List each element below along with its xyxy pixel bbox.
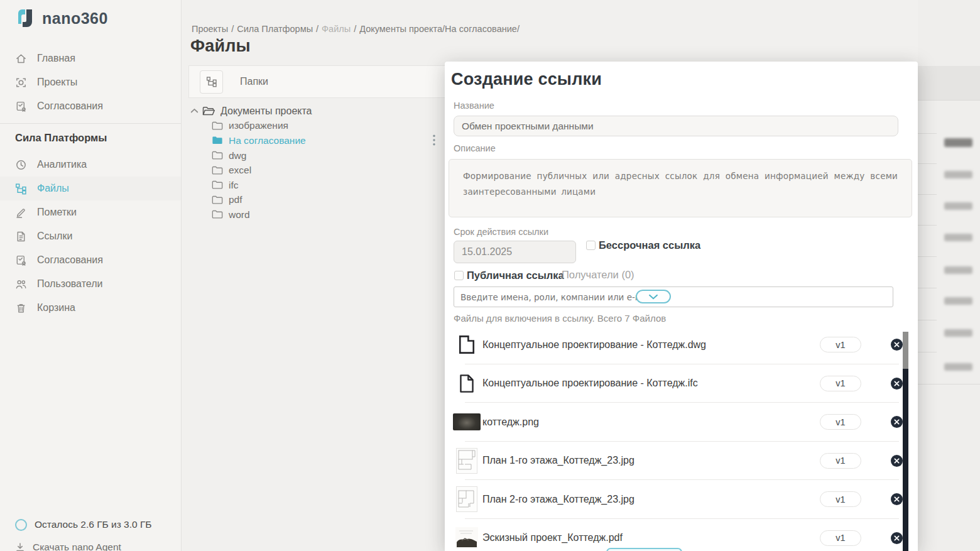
folder-icon: [212, 151, 223, 160]
tree-item-images[interactable]: изображения: [188, 119, 452, 134]
tree-item-excel[interactable]: excel: [188, 163, 452, 178]
file-name: Концептуальное проектирование - Коттедж.…: [482, 378, 820, 389]
version-badge[interactable]: v1: [820, 337, 861, 352]
create-link-modal: Создание ссылки Название Описание Формир…: [445, 62, 918, 551]
sidebar-item-analytics[interactable]: Аналитика: [0, 153, 181, 177]
file-name: План 1-го этажа_Коттедж_23.jpg: [482, 455, 820, 466]
open-folder-icon: [202, 106, 215, 116]
remove-file-button[interactable]: [891, 339, 903, 351]
remove-file-button[interactable]: [891, 378, 903, 390]
app-root: nano360 Главная Проекты Согласования: [0, 0, 980, 551]
breadcrumb-segment[interactable]: Документы проекта/На согласование/: [359, 24, 520, 34]
version-badge[interactable]: v1: [820, 376, 861, 391]
users-icon: [15, 278, 27, 290]
tree-item-na-soglasovanie[interactable]: На согласование: [188, 133, 452, 148]
folders-toolbar-label: Папки: [240, 76, 268, 87]
hierarchy-icon: [15, 183, 27, 195]
sketch-thumbnail: [451, 527, 482, 548]
name-label: Название: [454, 101, 494, 111]
sidebar-item-projects[interactable]: Проекты: [0, 70, 181, 94]
sidebar-item-links[interactable]: Ссылки: [0, 224, 181, 248]
breadcrumb-segment[interactable]: Сила Платформы: [237, 24, 313, 34]
kebab-menu-icon[interactable]: [432, 134, 436, 146]
download-agent-link[interactable]: Скачать nano Agent: [0, 538, 211, 551]
version-badge[interactable]: v1: [820, 453, 861, 469]
home-icon: [15, 53, 27, 65]
projects-icon: [15, 77, 27, 89]
nano360-logo-icon: [15, 8, 36, 29]
document-check-icon: [15, 101, 27, 112]
project-nav: Аналитика Файлы Пометки Ссылки: [0, 153, 181, 320]
remove-file-button[interactable]: [891, 493, 903, 505]
recipients-search-input[interactable]: [454, 286, 893, 307]
app-logo[interactable]: nano360: [15, 8, 108, 29]
tree-item-ifc[interactable]: ifc: [188, 178, 452, 193]
version-badge[interactable]: v1: [820, 491, 861, 507]
remove-file-button[interactable]: [891, 455, 903, 467]
folder-icon: [212, 166, 223, 175]
download-icon: [15, 542, 25, 551]
page-title: Файлы: [190, 36, 251, 56]
tree-item-label: изображения: [229, 120, 288, 131]
storage-indicator: Осталось 2.6 ГБ из 3.0 ГБ: [0, 515, 211, 534]
close-icon: [894, 535, 900, 541]
document-check-icon: [15, 254, 27, 266]
folder-tree: Документы проекта изображения На согласо…: [188, 104, 452, 222]
public-link-label: Публичная ссылка: [467, 270, 564, 281]
files-list: Концептуальное проектирование - Коттедж.…: [451, 325, 903, 551]
sidebar-item-label: Пользователи: [37, 278, 102, 290]
tree-item-pdf[interactable]: pdf: [188, 193, 452, 208]
tree-item-label: excel: [229, 165, 251, 176]
files-scrollbar[interactable]: [903, 332, 908, 551]
breadcrumb-separator: /: [231, 24, 234, 34]
download-text: Скачать nano Agent: [33, 542, 121, 551]
close-icon: [894, 458, 900, 464]
breadcrumb-segment[interactable]: Проекты: [192, 24, 228, 34]
perpetual-link-checkbox[interactable]: [586, 241, 596, 250]
expiry-date-input[interactable]: [454, 241, 576, 263]
image-thumbnail: [451, 413, 482, 430]
sidebar: nano360 Главная Проекты Согласования: [0, 0, 182, 551]
background-table-header: [918, 66, 980, 101]
breadcrumb-separator: /: [316, 24, 318, 34]
folder-tree-toggle-button[interactable]: [200, 70, 223, 94]
description-textarea[interactable]: Формирование публичных или адресных ссыл…: [449, 159, 912, 217]
breadcrumb-segment[interactable]: Файлы: [322, 24, 351, 34]
remove-file-button[interactable]: [891, 532, 903, 544]
file-name: коттедж.png: [482, 417, 820, 428]
scrollbar-thumb[interactable]: [903, 369, 908, 551]
sidebar-item-label: Аналитика: [37, 159, 87, 170]
sidebar-item-label: Файлы: [37, 183, 69, 194]
version-badge[interactable]: v1: [820, 530, 861, 546]
file-row: Концептуальное проектирование - Коттедж.…: [451, 364, 903, 403]
folder-icon: [212, 195, 223, 205]
chevron-up-icon[interactable]: [190, 108, 199, 114]
sidebar-item-files[interactable]: Файлы: [0, 177, 181, 200]
close-icon: [894, 342, 900, 347]
tree-item-dwg[interactable]: dwg: [188, 148, 452, 163]
sidebar-item-home[interactable]: Главная: [0, 46, 181, 70]
sidebar-item-notes[interactable]: Пометки: [0, 200, 181, 224]
recipients-dropdown-button[interactable]: [636, 290, 671, 303]
tree-item-word[interactable]: word: [188, 207, 452, 222]
remove-file-button[interactable]: [891, 416, 903, 428]
close-icon: [894, 496, 900, 502]
expiry-label: Срок действия ссылки: [454, 227, 548, 237]
version-badge[interactable]: v1: [820, 414, 861, 430]
public-link-checkbox[interactable]: [454, 271, 464, 280]
modal-action-button-partial[interactable]: [606, 548, 682, 551]
file-row: План 2-го этажа_Коттедж_23.jpg v1: [451, 480, 903, 519]
sidebar-item-users[interactable]: Пользователи: [0, 272, 181, 296]
pencil-icon: [15, 207, 27, 219]
floorplan-thumbnail: [451, 486, 482, 512]
tree-item-label: word: [229, 209, 250, 221]
tree-root-label: Документы проекта: [220, 106, 312, 117]
tree-root-project-documents[interactable]: Документы проекта: [188, 104, 452, 119]
sidebar-item-trash[interactable]: Корзина: [0, 296, 181, 320]
sidebar-item-approvals-project[interactable]: Согласования: [0, 248, 181, 272]
global-nav: Главная Проекты Согласования: [0, 46, 181, 118]
sidebar-item-approvals[interactable]: Согласования: [0, 94, 181, 118]
name-input[interactable]: [454, 116, 898, 136]
file-row: План 1-го этажа_Коттедж_23.jpg v1: [451, 442, 903, 481]
trash-icon: [15, 302, 27, 314]
